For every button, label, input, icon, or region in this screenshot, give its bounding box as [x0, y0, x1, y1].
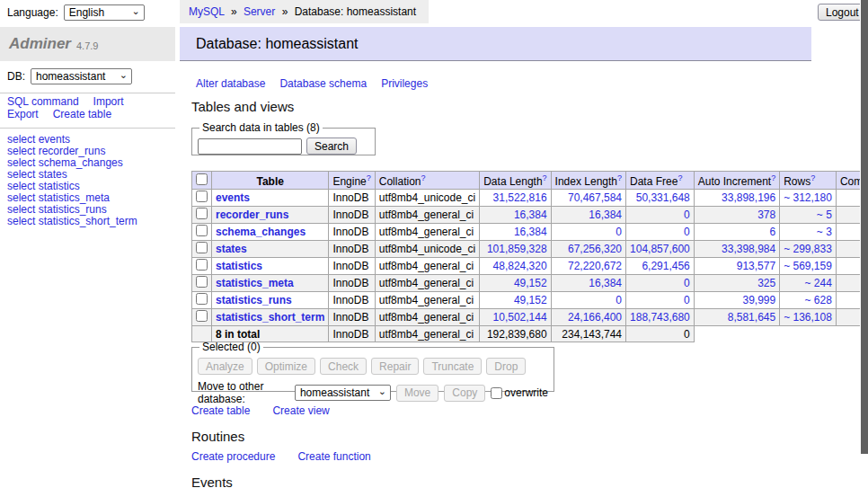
data-length-cell[interactable]: 31,522,816	[480, 190, 551, 207]
row-checkbox[interactable]	[196, 276, 208, 288]
table-name-link[interactable]: schema_changes	[216, 226, 306, 238]
help-icon[interactable]: ?	[543, 173, 547, 182]
sidebar-action-link[interactable]: SQL command	[7, 96, 79, 108]
help-icon[interactable]: ?	[771, 173, 775, 182]
table-name-link[interactable]: events	[216, 191, 250, 204]
auto-increment-cell[interactable]: 33,398,984	[694, 241, 779, 258]
db-select[interactable]: homeassistant ⌄	[31, 68, 132, 84]
data-length-cell[interactable]: 10,502,144	[480, 309, 551, 326]
column-header: Index Length?	[551, 172, 625, 190]
row-checkbox[interactable]	[196, 242, 208, 253]
selected-action-button[interactable]: Truncate	[423, 358, 482, 375]
data-free-cell[interactable]: 0	[626, 224, 695, 241]
selected-action-button[interactable]: Check	[320, 358, 367, 375]
page-action-link[interactable]: Alter database	[196, 77, 265, 90]
data-free-cell[interactable]: 0	[626, 207, 695, 224]
routine-link[interactable]: Create procedure	[191, 450, 275, 463]
table-name-link[interactable]: statistics	[216, 260, 262, 272]
data-free-cell[interactable]: 6,291,456	[626, 258, 695, 275]
auto-increment-cell[interactable]: 33,898,196	[694, 190, 779, 207]
data-free-cell[interactable]: 0	[626, 275, 695, 292]
adminer-logo[interactable]: Adminer	[9, 35, 71, 53]
scrollbar-thumb[interactable]	[861, 0, 868, 454]
index-length-cell[interactable]: 72,220,672	[551, 258, 625, 275]
rows-cell[interactable]: ~ 569,159	[780, 258, 837, 275]
row-checkbox[interactable]	[196, 225, 208, 236]
help-icon[interactable]: ?	[810, 173, 815, 182]
index-length-cell[interactable]: 0	[551, 292, 625, 309]
sidebar-action-link[interactable]: Export	[7, 109, 39, 120]
auto-increment-cell[interactable]: 913,577	[694, 258, 779, 275]
rows-cell[interactable]: ~ 299,833	[780, 241, 837, 258]
help-icon[interactable]: ?	[617, 173, 622, 182]
row-checkbox[interactable]	[196, 208, 208, 219]
data-free-cell[interactable]: 0	[626, 292, 695, 309]
create-link[interactable]: Create view	[272, 404, 329, 417]
auto-increment-cell[interactable]: 39,999	[694, 292, 779, 309]
data-length-cell[interactable]: 49,152	[480, 292, 551, 309]
sidebar-action-link[interactable]: Create table	[53, 109, 111, 120]
data-free-cell[interactable]: 188,743,680	[626, 309, 695, 326]
table-name-link[interactable]: statistics_runs	[216, 294, 292, 306]
copy-button[interactable]: Copy	[444, 385, 485, 402]
index-length-cell[interactable]: 24,166,400	[551, 309, 625, 326]
engine-cell: InnoDB	[329, 241, 375, 258]
data-length-cell[interactable]: 49,152	[480, 275, 551, 292]
auto-increment-cell[interactable]: 8,581,645	[694, 309, 779, 326]
help-icon[interactable]: ?	[678, 173, 682, 182]
selected-action-button[interactable]: Drop	[486, 358, 526, 375]
row-checkbox[interactable]	[196, 259, 208, 271]
create-link[interactable]: Create table	[191, 404, 250, 417]
row-checkbox[interactable]	[196, 191, 208, 202]
routine-link[interactable]: Create function	[297, 450, 370, 463]
move-button[interactable]: Move	[396, 385, 438, 402]
rows-cell[interactable]: ~ 244	[780, 275, 837, 292]
auto-increment-cell[interactable]: 325	[694, 275, 779, 292]
scrollbar-track[interactable]	[860, 0, 868, 488]
table-name-cell: statistics_short_term	[212, 309, 329, 326]
auto-increment-cell[interactable]: 6	[694, 224, 779, 241]
rows-cell[interactable]: ~ 136,108	[780, 309, 837, 326]
index-length-cell[interactable]: 67,256,320	[551, 241, 625, 258]
table-name-link[interactable]: statistics_short_term	[216, 311, 324, 324]
data-length-cell[interactable]: 101,859,328	[480, 241, 551, 258]
page-action-link[interactable]: Database schema	[279, 77, 367, 90]
rows-cell[interactable]: ~ 3	[780, 224, 837, 241]
selected-action-button[interactable]: Analyze	[198, 358, 252, 375]
select-all-checkbox[interactable]	[196, 173, 208, 185]
row-checkbox[interactable]	[196, 293, 208, 305]
adminer-app: Language: English ⌄ MySQL » Server » Dat…	[0, 0, 868, 488]
selected-action-button[interactable]: Repair	[371, 358, 419, 375]
search-input[interactable]	[198, 138, 302, 155]
data-free-cell[interactable]: 50,331,648	[626, 190, 695, 207]
index-length-cell[interactable]: 0	[551, 224, 625, 241]
data-length-cell[interactable]: 48,824,320	[480, 258, 551, 275]
data-free-cell[interactable]: 104,857,600	[626, 241, 695, 258]
overwrite-checkbox[interactable]	[491, 387, 502, 399]
sidebar-action-link[interactable]: Import	[93, 96, 124, 108]
page-action-link[interactable]: Privileges	[381, 77, 428, 90]
rows-cell[interactable]: ~ 628	[780, 292, 837, 309]
selected-action-button[interactable]: Optimize	[257, 358, 315, 375]
breadcrumb-link-mysql[interactable]: MySQL	[189, 5, 225, 18]
language-select[interactable]: English ⌄	[64, 4, 145, 21]
index-length-cell[interactable]: 70,467,584	[551, 190, 625, 207]
breadcrumb-link-server[interactable]: Server	[244, 5, 275, 18]
rows-cell[interactable]: ~ 312,180	[780, 190, 837, 207]
total-collation-cell: utf8mb4_general_ci	[375, 326, 479, 342]
index-length-cell[interactable]: 16,384	[551, 207, 625, 224]
table-name-link[interactable]: states	[216, 243, 247, 255]
data-length-cell[interactable]: 16,384	[480, 224, 551, 241]
rows-cell[interactable]: ~ 5	[780, 207, 837, 224]
help-icon[interactable]: ?	[367, 173, 371, 182]
index-length-cell[interactable]: 16,384	[551, 275, 625, 292]
search-button[interactable]: Search	[306, 138, 357, 155]
help-icon[interactable]: ?	[421, 173, 425, 182]
auto-increment-cell[interactable]: 378	[694, 207, 779, 224]
table-name-link[interactable]: statistics_meta	[216, 277, 294, 289]
sidebar-select-table-link[interactable]: select statistics_short_term	[7, 216, 137, 227]
table-name-link[interactable]: recorder_runs	[216, 209, 288, 221]
move-database-select[interactable]: homeassistant ⌄	[295, 385, 391, 401]
row-checkbox[interactable]	[196, 310, 208, 322]
data-length-cell[interactable]: 16,384	[480, 207, 551, 224]
